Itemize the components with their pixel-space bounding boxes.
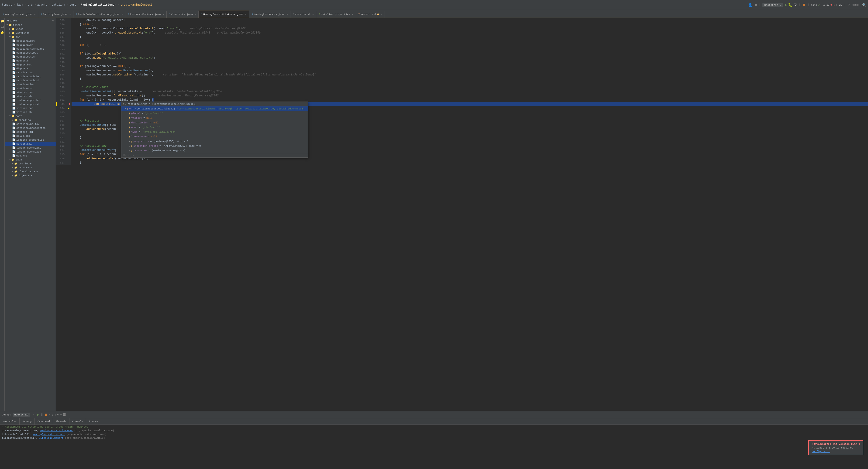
popup-nav-back-btn[interactable]: ← [127, 154, 130, 157]
sidebar-item-digest-bat[interactable]: 📄 digest.bat [5, 63, 56, 67]
pause-btn[interactable]: ⏸ [40, 413, 43, 416]
sidebar-item-catalina-sh[interactable]: 📄 catalina.sh [5, 43, 56, 47]
sidebar-item-server-xml[interactable]: 📄 server.xml [5, 142, 56, 146]
tab-factory-base[interactable]: J FactoryBase.java × [38, 11, 73, 18]
evaluate-btn[interactable]: ≡ [60, 413, 62, 416]
tab-basic-datasource[interactable]: J BasicDataSourceFactory.java × [73, 11, 125, 18]
project-icon[interactable]: 📁 [0, 19, 4, 23]
tab-naming-context[interactable]: J NamingContext.java × [0, 11, 38, 18]
tab-naming-context-listener[interactable]: J NamingContextListener.java × [198, 11, 249, 18]
tab-server-xml[interactable]: X server.xml × [356, 11, 385, 18]
debug-run-button[interactable]: 🐛 [788, 3, 793, 7]
popup-expand-icon[interactable]: ▼ [123, 103, 124, 105]
console-status-line[interactable]: ✓ "localhost-startStop-1"@1,880 in group… [0, 425, 868, 429]
breadcrumb-tomcat[interactable]: tomcat [2, 3, 12, 6]
structure-icon[interactable]: 🗂 [1, 25, 4, 29]
sidebar-item-context-xml[interactable]: 📄 context.xml [5, 130, 56, 134]
popup-child-expand-properties[interactable]: ▶ [129, 140, 130, 143]
sidebar-item-daemon-sh[interactable]: 📄 daemon.sh [5, 59, 56, 63]
debug-tab-overhead[interactable]: Overhead [35, 418, 53, 425]
debug-popup-item-0[interactable]: ▼ ƒ 0 = {ContextResourceLink@2342} "Cont… [121, 106, 308, 111]
debug-tab-console[interactable]: Console [69, 418, 86, 425]
debug-tab-variables[interactable]: Variables [0, 418, 20, 425]
debug-bootstrap-tab[interactable]: Bootstrap [12, 413, 30, 416]
sidebar-item-tomcat-users-xsd[interactable]: 📄 tomcat-users.xsd [5, 150, 56, 154]
tab-resource-factory[interactable]: J ResourceFactory.java × [125, 11, 167, 18]
console-frame-3[interactable]: fireLifecycleEvent:117, LifecycleSupport… [0, 436, 868, 440]
sidebar-item-tomcat[interactable]: ▼ 📁 tomcat [5, 23, 56, 27]
user-icon[interactable]: 👤 [748, 3, 752, 7]
sidebar-item-setclasspath-sh[interactable]: 📄 setclasspath.sh [5, 78, 56, 82]
code-editor[interactable]: 583 envCtx = namingContext; 584 } else {… [56, 18, 868, 411]
sidebar-item-setclasspath-bat[interactable]: 📄 setclasspath.bat [5, 74, 56, 78]
sidebar-item-startup-bat[interactable]: 📄 startup.bat [5, 90, 56, 94]
debug-popup-child-injectiontargets[interactable]: ▶ ƒ injectionTargets = {ArrayList@2357} … [121, 144, 308, 148]
bootstrap-dropdown[interactable]: Bootstrap ▾ [763, 3, 783, 7]
breadcrumb-java[interactable]: java [16, 3, 23, 6]
popup-child-expand-injection[interactable]: ▶ [129, 145, 130, 147]
sidebar-item-bin[interactable]: ▼ 📁 bin [5, 35, 56, 39]
sidebar-item-catalina-bat[interactable]: 📄 catalina.bat [5, 39, 56, 43]
step-out-btn[interactable]: ↑ [54, 413, 56, 416]
debug-popup-child-properties[interactable]: ▶ ƒ properties = {HashMap@2356} size = 0 [121, 139, 308, 144]
sidebar-item-tool-wrapper-bat[interactable]: 📄 tool-wrapper.bat [5, 98, 56, 102]
popup-item-expand[interactable]: ▼ [125, 108, 126, 110]
console-frame-2[interactable]: lifecycleEvent:301, NamingContextListene… [0, 432, 868, 436]
run-button[interactable]: ▶ [785, 3, 787, 7]
sidebar-item-startup-sh[interactable]: 📄 startup.sh [5, 94, 56, 98]
popup-nav-forward-btn[interactable]: → [131, 154, 134, 157]
debug-tab-memory[interactable]: Memory [20, 418, 35, 425]
sidebar-item-tool-wrapper-sh[interactable]: 📄 tool-wrapper.sh [5, 102, 56, 106]
step-into-btn[interactable]: ↓ [52, 413, 53, 416]
tab-close-2[interactable]: × [69, 13, 71, 16]
popup-nav-copy-icon[interactable]: ⧉ [123, 154, 126, 157]
debug-popup-child-resources[interactable]: ▶ ƒ resources = {NamingResources@2343} [121, 148, 308, 153]
sidebar-item-configtest-sh[interactable]: 📄 configtest.sh [5, 55, 56, 59]
tab-close-6[interactable]: × [245, 13, 247, 16]
breadcrumb-catalina[interactable]: catalina [52, 3, 65, 6]
breadcrumb-method[interactable]: createNamingContext [121, 3, 152, 6]
sidebar-item-configtest-bat[interactable]: 📄 configtest.bat [5, 51, 56, 55]
sidebar-item-com-luban[interactable]: ▶ 📁 com.luban [5, 162, 56, 166]
breadcrumb-listener[interactable]: NamingContextListener [81, 3, 116, 6]
sidebar-item-conf[interactable]: ▼ 📁 conf [5, 114, 56, 118]
stop-debug-btn[interactable]: ⏹ [44, 413, 48, 416]
debug-popup-child-factory[interactable]: ƒ factory = null [121, 116, 308, 121]
tab-close-4[interactable]: × [163, 13, 164, 16]
sidebar-item-tomcat-users-xml[interactable]: 📄 tomcat-users.xml [5, 146, 56, 150]
sidebar-item-shutdown-sh[interactable]: 📄 shutdown.sh [5, 87, 56, 90]
tab-naming-resources[interactable]: J NamingResources.java × [249, 11, 290, 18]
tab-close-5[interactable]: × [195, 13, 196, 16]
sidebar-item-hello-txt[interactable]: 📄 hello.txt [5, 134, 56, 138]
sidebar-item-catalina-folder[interactable]: ▶ 📁 Catalina [5, 118, 56, 122]
search-icon-top[interactable]: 🔍 [862, 3, 866, 7]
sidebar-settings-icon[interactable]: ⚙ [52, 19, 54, 22]
debug-close-icon[interactable]: × [32, 413, 34, 416]
tab-close-10[interactable]: × [381, 13, 382, 16]
run-with-coverage-button[interactable]: 🛡 [794, 3, 797, 7]
settings-icon[interactable]: ⚙ [755, 3, 757, 7]
run-to-cursor-btn[interactable]: ↪ [57, 413, 59, 416]
debug-popup-child-global[interactable]: ƒ global = "jdbc/mysql" [121, 111, 308, 116]
breadcrumb-core[interactable]: core [69, 3, 76, 6]
sidebar-item-digest-sh[interactable]: 📄 digest.sh [5, 67, 56, 71]
console-frame-1[interactable]: createNamingContext:603, NamingContextLi… [0, 429, 868, 432]
sidebar-item-service-bat[interactable]: 📄 service.bat [5, 71, 56, 74]
frames-btn[interactable]: ☰ [63, 413, 66, 416]
sidebar-item-broadcast[interactable]: ▶ 📁 broadcast [5, 166, 56, 170]
tab-close-1[interactable]: × [34, 13, 36, 16]
git-check2-icon[interactable]: ✓ [821, 3, 822, 7]
breadcrumb-apache[interactable]: apache [37, 3, 47, 6]
stop-button[interactable]: ⏹ [802, 3, 806, 7]
step-over-btn[interactable]: ↷ [49, 413, 50, 416]
tab-constants[interactable]: J Constants.java × [167, 11, 198, 18]
sidebar-item-shutdown-bat[interactable]: 📄 shutdown.bat [5, 82, 56, 87]
sidebar-item-version-bat[interactable]: 📄 version.bat [5, 106, 56, 110]
tab-close-3[interactable]: × [121, 13, 123, 16]
debug-popup-child-description[interactable]: ƒ description = null [121, 121, 308, 125]
tab-version-sh[interactable]: S version.sh × [290, 11, 316, 18]
tab-close-8[interactable]: × [312, 13, 314, 16]
tab-close-7[interactable]: × [286, 13, 288, 16]
sidebar-item-settings[interactable]: ▶ 📁 .settings [5, 31, 56, 35]
favorites-icon[interactable]: ⭐ [0, 31, 4, 34]
